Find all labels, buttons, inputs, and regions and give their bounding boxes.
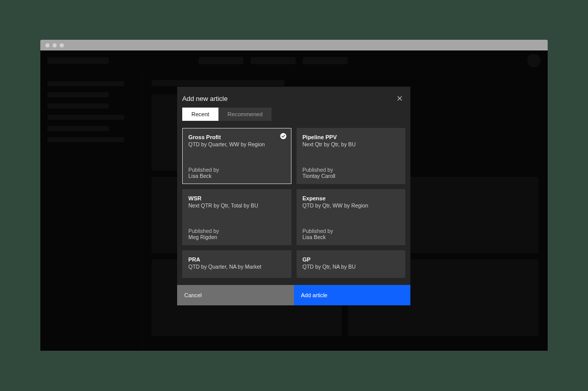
article-card-title: Pipeline PPV bbox=[303, 134, 400, 140]
published-by-label: Published by bbox=[303, 167, 400, 173]
article-card[interactable]: ExpenseQTD by Qtr, WW by RegionPublished… bbox=[297, 189, 406, 245]
window-titlebar bbox=[40, 40, 548, 50]
close-button[interactable] bbox=[396, 95, 403, 102]
article-card-subtitle: QTD by Qtr, WW by Region bbox=[303, 202, 400, 208]
tab-recommended[interactable]: Recommened bbox=[218, 108, 272, 121]
article-card[interactable]: WSRNext QTR by Qtr, Total by BUPublished… bbox=[182, 189, 291, 245]
article-card[interactable]: Pipeline PPVNext Qtr by Qtr, by BUPublis… bbox=[297, 128, 406, 184]
window-dot bbox=[45, 43, 50, 47]
article-card[interactable]: PRAQTD by Quarter, NA by Market bbox=[182, 250, 291, 278]
article-card-subtitle: QTD by Qtr, NA by BU bbox=[303, 264, 400, 270]
article-card[interactable]: GPQTD by Qtr, NA by BU bbox=[297, 250, 406, 278]
check-circle-icon bbox=[280, 133, 286, 139]
article-card-subtitle: Next QTR by Qtr, Total by BU bbox=[188, 202, 285, 208]
published-by-label: Published by bbox=[303, 228, 400, 234]
close-icon bbox=[397, 96, 402, 101]
publisher-name: Lisa Beck bbox=[303, 234, 400, 240]
article-card-title: GP bbox=[303, 256, 400, 263]
publisher-name: Lisa Beck bbox=[188, 173, 285, 179]
article-card-subtitle: Next Qtr by Qtr, by BU bbox=[303, 141, 400, 147]
article-card-title: Gross Profit bbox=[188, 134, 285, 140]
article-cards-grid: Gross ProfitQTD by Quarter, WW by Region… bbox=[177, 128, 410, 285]
window-dot bbox=[60, 43, 64, 47]
modal-footer: Cancel Add article bbox=[177, 285, 410, 305]
article-card-title: PRA bbox=[188, 256, 285, 263]
article-card-subtitle: QTD by Quarter, NA by Market bbox=[188, 264, 285, 270]
cancel-button[interactable]: Cancel bbox=[177, 285, 294, 305]
published-by-label: Published by bbox=[188, 228, 285, 234]
article-card-title: WSR bbox=[188, 195, 285, 201]
add-article-button[interactable]: Add article bbox=[294, 285, 411, 305]
modal-title: Add new article bbox=[182, 95, 228, 102]
window-dot bbox=[53, 43, 57, 47]
modal-tabs: Recent Recommened bbox=[177, 108, 410, 128]
article-card[interactable]: Gross ProfitQTD by Quarter, WW by Region… bbox=[182, 128, 291, 184]
publisher-name: Tiontay Caroll bbox=[303, 173, 400, 179]
tab-recent[interactable]: Recent bbox=[182, 108, 218, 121]
article-card-title: Expense bbox=[303, 195, 400, 201]
add-article-modal: Add new article Recent Recommened Gross … bbox=[177, 87, 410, 305]
article-card-subtitle: QTD by Quarter, WW by Region bbox=[188, 141, 285, 147]
published-by-label: Published by bbox=[188, 167, 285, 173]
publisher-name: Meg Rigden bbox=[188, 234, 285, 240]
svg-point-2 bbox=[280, 133, 286, 139]
